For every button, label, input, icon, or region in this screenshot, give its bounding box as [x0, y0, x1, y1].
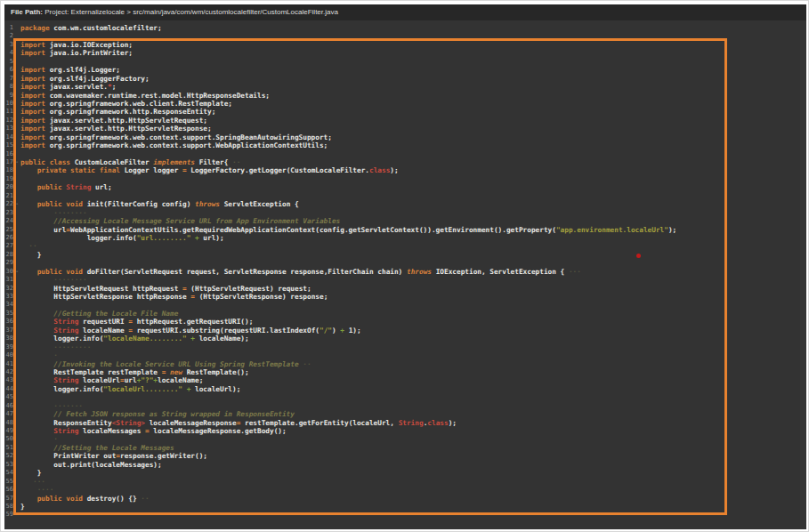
code-line[interactable]: 55 ···	[4, 478, 806, 486]
code-line[interactable]: 30- public void doFilter(ServletRequest …	[4, 268, 806, 276]
line-number: 56	[4, 486, 13, 494]
code-text: String requestURI = httpRequest.getReque…	[20, 318, 253, 326]
code-line[interactable]: 21	[4, 192, 806, 200]
code-line[interactable]: 50 ·	[4, 435, 806, 443]
line-number: 11	[4, 108, 13, 116]
code-line[interactable]: 16	[4, 150, 806, 158]
code-line[interactable]: 52 PrintWriter out=response.getWriter();	[4, 452, 806, 460]
code-text: ResponseEntity<String> localeMessageResp…	[20, 419, 457, 427]
fold-spacer	[13, 276, 20, 284]
code-line[interactable]: 58}	[4, 503, 806, 511]
line-number: 34	[4, 301, 13, 309]
line-number: 45	[4, 393, 13, 401]
code-line[interactable]: 35 //Getting the Locale File Name	[4, 310, 806, 318]
code-line[interactable]: 7import org.slf4j.LoggerFactory;	[4, 75, 806, 83]
fold-spacer	[13, 100, 20, 108]
code-line[interactable]: 46 ·······	[4, 402, 806, 410]
code-line[interactable]: 51 //Setting the Locale Messages	[4, 444, 806, 452]
fold-marker-icon[interactable]: -	[13, 268, 20, 276]
code-line[interactable]: 10import org.springframework.web.client.…	[4, 100, 806, 108]
code-line[interactable]: 49 String localeMessages = localeMessage…	[4, 427, 806, 435]
code-line[interactable]: 41 //Invoking the Locale Service URL Usi…	[4, 360, 806, 368]
code-line[interactable]: 1package com.wm.customlocalefilter;	[4, 24, 806, 32]
code-line[interactable]: 12import javax.servlet.http.HttpServletR…	[4, 117, 806, 125]
code-lines[interactable]: 1package com.wm.customlocalefilter;23imp…	[4, 24, 806, 520]
line-number: 36	[4, 318, 13, 326]
fold-spacer	[13, 335, 20, 343]
code-line[interactable]: 36 String requestURI = httpRequest.getRe…	[4, 318, 806, 326]
fold-spacer	[13, 511, 20, 519]
code-line[interactable]: 13import javax.servlet.http.HttpServletR…	[4, 125, 806, 133]
fold-spacer	[13, 117, 20, 125]
line-number: 58	[4, 503, 13, 511]
code-line[interactable]: 14import org.springframework.web.context…	[4, 133, 806, 141]
code-line[interactable]: 38 logger.info("localeName........" + lo…	[4, 335, 806, 343]
code-editor-window: File Path: Project: Externalizelocale > …	[4, 4, 806, 529]
code-line[interactable]: 17-public class CustomLocaleFilter imple…	[4, 158, 806, 166]
code-line[interactable]: 11import org.springframework.http.Respon…	[4, 108, 806, 116]
code-line[interactable]: 9import com.wavemaker.runtime.rest.model…	[4, 92, 806, 100]
code-line[interactable]: 31 ········	[4, 276, 806, 284]
fold-spacer	[13, 293, 20, 301]
line-number: 40	[4, 351, 13, 359]
fold-spacer	[13, 310, 20, 318]
code-text: HttpServletRequest httpRequest = (HttpSe…	[20, 285, 311, 293]
code-line[interactable]: 33 HttpServletResponse httpResponse = (H…	[4, 293, 806, 301]
fold-spacer	[13, 259, 20, 267]
code-line[interactable]: 24 //Accessing Locale Message Service UR…	[4, 217, 806, 225]
line-number: 2	[4, 32, 13, 40]
code-line[interactable]: 53 out.print(localeMessages);	[4, 461, 806, 469]
code-editor[interactable]: 1package com.wm.customlocalefilter;23imp…	[4, 24, 806, 520]
code-text: public void init(FilterConfig config) th…	[20, 200, 299, 208]
code-line[interactable]: 32 HttpServletRequest httpRequest = (Htt…	[4, 285, 806, 293]
code-line[interactable]: 25 url=WebApplicationContextUtils.getReq…	[4, 226, 806, 234]
fold-spacer	[13, 318, 20, 326]
line-number: 30	[4, 268, 13, 276]
code-line[interactable]: 28 }	[4, 251, 806, 259]
code-line[interactable]: 27 ··	[4, 242, 806, 250]
code-line[interactable]: 39 ·········	[4, 343, 806, 351]
code-line[interactable]: 44 logger.info("localeUrl........" + loc…	[4, 385, 806, 393]
code-line[interactable]: 47 // Fetch JSON response as String wrap…	[4, 410, 806, 418]
code-line[interactable]: 6import org.slf4j.Logger;	[4, 66, 806, 74]
code-line[interactable]: 15import org.springframework.web.context…	[4, 141, 806, 149]
code-line[interactable]: 29	[4, 259, 806, 267]
code-line[interactable]: 37 String localeName = requestURI.substr…	[4, 326, 806, 335]
fold-marker-icon[interactable]: -	[13, 158, 20, 166]
fold-spacer	[13, 150, 20, 158]
code-line[interactable]: 45	[4, 393, 806, 401]
code-line[interactable]: 26 logger.info("url........" + url);	[4, 234, 806, 242]
fold-spacer	[13, 75, 20, 83]
fold-spacer	[13, 478, 20, 486]
code-line[interactable]: 4import java.io.PrintWriter;	[4, 49, 806, 57]
code-line[interactable]: 42 RestTemplate restTemplate = new RestT…	[4, 368, 806, 376]
fold-marker-icon[interactable]: -	[13, 200, 20, 208]
code-line[interactable]: 2	[4, 32, 806, 40]
code-line[interactable]: 22- public void init(FilterConfig config…	[4, 200, 806, 208]
line-number: 46	[4, 402, 13, 410]
fold-spacer	[13, 209, 20, 217]
code-text: //Invoking the Locale Service URL Using …	[20, 360, 311, 368]
code-line[interactable]: 18 private static final Logger logger = …	[4, 166, 806, 174]
code-text: url=WebApplicationContextUtils.getRequir…	[20, 226, 676, 234]
code-line[interactable]: 5	[4, 58, 806, 66]
line-number: 32	[4, 285, 13, 293]
line-number: 5	[4, 58, 13, 66]
code-line[interactable]: 59	[4, 511, 806, 519]
code-line[interactable]: 3import java.io.IOException;	[4, 41, 806, 49]
code-line[interactable]: 57 public void destroy() {} ··	[4, 495, 806, 503]
line-number: 37	[4, 326, 13, 335]
code-line[interactable]: 43 String localeUrl=url+"?"+localeName;	[4, 376, 806, 384]
code-line[interactable]: 48 ResponseEntity<String> localeMessageR…	[4, 419, 806, 427]
code-line[interactable]: 54 }	[4, 469, 806, 477]
code-line[interactable]: 40 ·	[4, 351, 806, 359]
code-line[interactable]: 20 public String url;	[4, 183, 806, 191]
code-line[interactable]: 34	[4, 301, 806, 309]
fold-spacer	[13, 410, 20, 418]
code-line[interactable]: 23 ········	[4, 209, 806, 217]
line-number: 28	[4, 251, 13, 259]
code-line[interactable]: 19	[4, 175, 806, 183]
code-line[interactable]: 56 ····	[4, 486, 806, 494]
code-line[interactable]: 8import javax.servlet.*;	[4, 83, 806, 91]
line-number: 17	[4, 158, 13, 166]
